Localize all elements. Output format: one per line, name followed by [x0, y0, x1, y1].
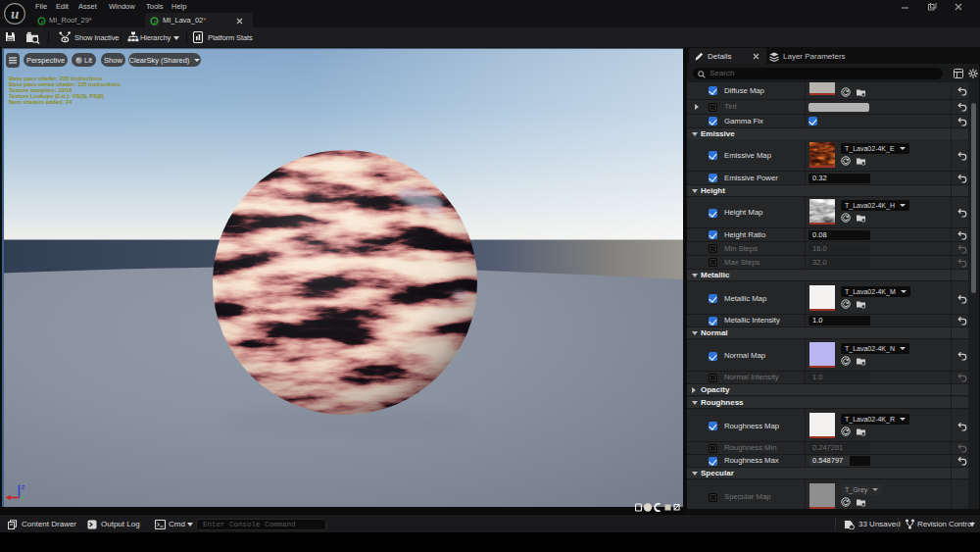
svg-text:u: u [11, 6, 19, 22]
svg-text:Y: Y [21, 494, 25, 501]
svg-text:Z: Z [22, 483, 25, 490]
